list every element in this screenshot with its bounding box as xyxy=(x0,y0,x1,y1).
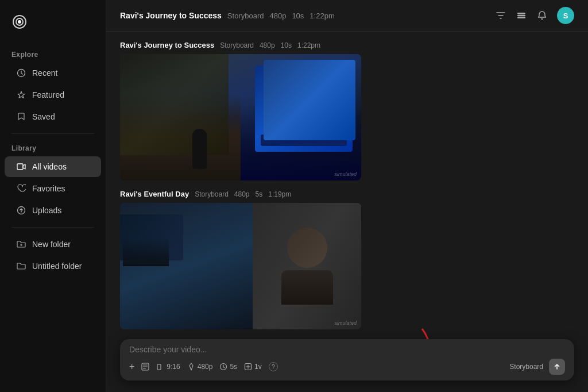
bus-window xyxy=(261,134,347,146)
upload-icon xyxy=(16,205,26,216)
sidebar-item-featured[interactable]: Featured xyxy=(5,84,101,105)
video1-thumb-inner: CONGRATS RAVI simulated xyxy=(120,54,361,180)
prompt-tool-quality[interactable]: 480p xyxy=(187,363,213,371)
video2-title: Ravi's Eventful Day xyxy=(120,190,189,198)
video1-type: Storyboard xyxy=(220,41,254,49)
sidebar-item-all-videos[interactable]: All videos xyxy=(5,156,101,177)
bell-icon[interactable] xyxy=(536,10,548,21)
prompt-bar: + 9:16 480p 5s xyxy=(120,339,574,381)
prompt-input[interactable] xyxy=(129,345,565,354)
logo[interactable] xyxy=(0,9,106,46)
bus-ravi-label: RAVI xyxy=(255,83,353,96)
prompt-tool-script[interactable] xyxy=(141,363,149,371)
video2-res: 480p xyxy=(234,190,250,198)
building-left xyxy=(120,54,229,155)
sidebar-item-new-folder[interactable]: New folder xyxy=(5,234,101,255)
topbar-video-type: Storyboard xyxy=(227,11,264,20)
video1-res: 480p xyxy=(260,41,275,49)
sidebar-item-saved-label: Saved xyxy=(32,112,55,121)
prompt-tool-add[interactable]: + xyxy=(129,362,134,372)
video1-dur: 10s xyxy=(281,41,292,49)
video-icon xyxy=(16,162,26,172)
person-figure xyxy=(192,129,207,169)
sidebar-divider-2 xyxy=(11,227,94,228)
quality-label: 480p xyxy=(198,363,213,371)
video1-title: Ravi's Journey to Success xyxy=(120,41,214,49)
portrait-container xyxy=(281,228,333,305)
sidebar-item-recent[interactable]: Recent xyxy=(5,63,101,83)
watermark-2: simulated xyxy=(334,320,357,326)
prompt-tool-ratio[interactable]: 9:16 xyxy=(156,363,180,371)
bookmark-icon xyxy=(16,112,26,122)
video2-thumb-inner: simulated xyxy=(120,203,361,329)
video-meta-2: Ravi's Eventful Day Storyboard 480p 5s 1… xyxy=(120,190,574,198)
watermark-1: simulated xyxy=(334,171,357,177)
duration-label: 5s xyxy=(230,363,237,371)
sidebar-item-new-folder-label: New folder xyxy=(32,240,71,249)
sidebar-item-uploads[interactable]: Uploads xyxy=(5,200,101,221)
folder-icon xyxy=(16,261,26,271)
bus-shape: CONGRATS RAVI xyxy=(255,66,353,152)
prompt-tools: + 9:16 480p 5s xyxy=(129,359,565,375)
sidebar-item-favorites[interactable]: Favorites xyxy=(5,178,101,199)
sidebar-item-uploads-label: Uploads xyxy=(32,206,61,215)
sidebar-item-saved[interactable]: Saved xyxy=(5,106,101,127)
video-meta-1: Ravi's Journey to Success Storyboard 480… xyxy=(120,41,574,49)
logo-icon xyxy=(11,14,28,30)
folder-plus-icon xyxy=(16,239,26,249)
svg-rect-4 xyxy=(517,13,525,14)
clock-tool-icon xyxy=(219,363,227,371)
list-icon[interactable] xyxy=(516,10,527,21)
prompt-input-row xyxy=(129,345,565,354)
svg-rect-5 xyxy=(517,15,525,17)
topbar-left: Ravi's Journey to Success Storyboard 480… xyxy=(120,11,335,20)
help-label: ? xyxy=(269,362,278,371)
prompt-tool-duration[interactable]: 5s xyxy=(219,363,237,371)
prompt-tool-help[interactable]: ? xyxy=(269,362,278,371)
video2-type: Storyboard xyxy=(195,190,229,198)
send-button[interactable] xyxy=(549,359,565,375)
video-item-1: Ravi's Journey to Success Storyboard 480… xyxy=(120,41,574,180)
filter-icon[interactable] xyxy=(495,10,506,21)
video2-thumbnail[interactable]: simulated xyxy=(120,203,361,329)
prompt-tool-version[interactable]: 1v xyxy=(244,363,262,371)
topbar-video-res: 480p xyxy=(269,11,286,20)
svg-rect-8 xyxy=(157,364,161,370)
star-icon xyxy=(16,90,26,100)
sidebar-item-all-videos-label: All videos xyxy=(32,162,67,171)
prompt-tools-right: Storyboard xyxy=(509,359,565,375)
version-icon xyxy=(244,363,252,371)
main-content: Ravi's Journey to Success Storyboard 480… xyxy=(106,0,588,392)
video1-thumbnail[interactable]: CONGRATS RAVI simulated xyxy=(120,54,361,180)
sidebar-divider-1 xyxy=(11,133,94,134)
svg-rect-2 xyxy=(17,164,23,170)
storyboard-button[interactable]: Storyboard xyxy=(509,363,543,371)
version-label: 1v xyxy=(254,363,262,371)
content-area: Ravi's Journey to Success Storyboard 480… xyxy=(106,32,588,392)
sidebar-item-recent-label: Recent xyxy=(32,68,57,78)
vehicle-shadow xyxy=(123,237,169,266)
video-item-2: Ravi's Eventful Day Storyboard 480p 5s 1… xyxy=(120,190,574,329)
topbar-right: S xyxy=(495,7,574,24)
clock-icon xyxy=(16,68,26,78)
plus-icon: + xyxy=(129,362,134,372)
sidebar-item-untitled-folder[interactable]: Untitled folder xyxy=(5,256,101,276)
svg-point-0 xyxy=(18,20,21,24)
topbar-video-title: Ravi's Journey to Success xyxy=(120,11,222,20)
ratio-icon xyxy=(156,363,164,371)
video2-dur: 5s xyxy=(256,190,263,198)
portrait-body xyxy=(281,270,333,305)
library-section-label: Library xyxy=(0,140,106,156)
topbar-video-time: 1:22pm xyxy=(310,11,334,20)
ratio-label: 9:16 xyxy=(167,363,180,371)
topbar-video-dur: 10s xyxy=(292,11,304,20)
user-avatar[interactable]: S xyxy=(557,7,574,24)
video2-right-panel xyxy=(253,203,361,329)
sidebar-item-favorites-label: Favorites xyxy=(32,184,65,193)
portrait-head xyxy=(287,228,327,268)
video1-time: 1:22pm xyxy=(297,41,320,49)
send-icon xyxy=(553,363,561,371)
diamond-icon xyxy=(187,363,195,371)
topbar: Ravi's Journey to Success Storyboard 480… xyxy=(106,0,588,32)
explore-section-label: Explore xyxy=(0,46,106,62)
